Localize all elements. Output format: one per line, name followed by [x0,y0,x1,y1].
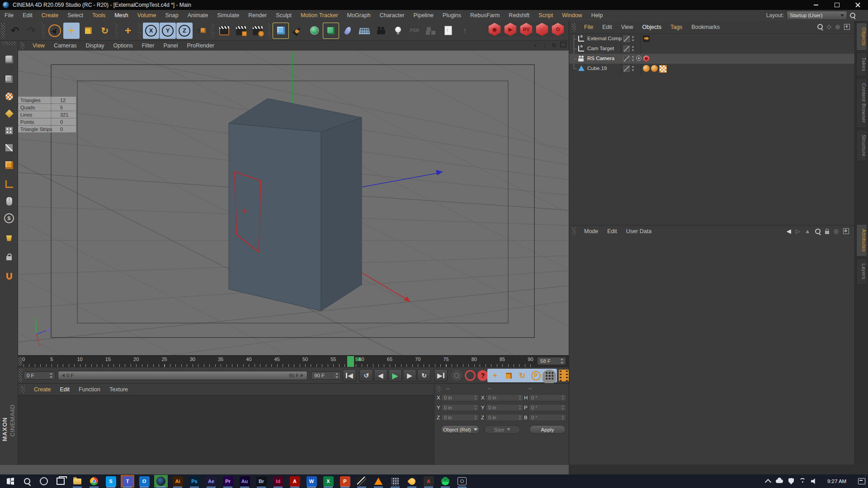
camera-object-button[interactable] [373,23,389,39]
vlc-taskbar-button[interactable] [372,475,385,488]
rs-camera-button[interactable]: ◉ [487,22,502,37]
menu-select[interactable]: Select [63,10,88,21]
help-button[interactable]: ? [477,370,488,381]
premiere-taskbar-button[interactable]: Pr [221,475,235,488]
om-menu-view[interactable]: View [617,22,638,33]
pos-x-field[interactable]: 0 in [441,394,479,401]
menu-file[interactable]: File [0,10,18,21]
side-tab-content-browser[interactable]: Content Browser [856,78,867,128]
palette-grip[interactable] [2,42,15,45]
menu-edit[interactable]: Edit [18,10,37,21]
record-snapshot-button[interactable] [451,370,462,381]
visibility-toggle-icon[interactable] [623,36,630,42]
start-button-taskbar-button[interactable] [4,475,17,488]
light-object-button[interactable] [390,23,406,39]
menu-animate[interactable]: Animate [183,10,213,21]
cinema4d-taskbar-button[interactable] [154,475,168,488]
keyframe-scale-button[interactable] [502,370,515,381]
spinner-icon[interactable] [49,373,53,378]
parent-object-icon[interactable]: ▲ [805,228,811,235]
undo-button[interactable]: ↶ [7,23,23,39]
spinner-icon[interactable] [560,358,564,364]
keyframe-parameter-button[interactable]: P [529,370,542,381]
object-item-rs-camera[interactable]: RS Camera [569,54,854,64]
scale-tool-button[interactable] [80,23,96,39]
side-tab-takes[interactable]: Takes [856,52,867,76]
model-mode-button[interactable] [1,71,17,87]
menu-tools[interactable]: Tools [88,10,110,21]
apply-button[interactable]: Apply [529,425,566,434]
timeline-tick-85[interactable]: 85 [500,357,505,362]
onedrive-icon[interactable] [776,479,783,483]
timeline-tick-40[interactable]: 40 [246,357,251,362]
timeline-ruler[interactable]: 051015202530354045505560657075808590 58 … [18,355,569,367]
material-menu-texture[interactable]: Texture [105,384,132,395]
timeline-tick-70[interactable]: 70 [415,357,420,362]
coordinate-mode-dropdown[interactable]: Object (Rel) [441,425,480,434]
viewport-menu-view[interactable]: View [28,40,49,51]
om-menu-edit[interactable]: Edit [598,22,617,33]
menu-help[interactable]: Help [587,10,608,21]
size-x-field[interactable]: 0 in [486,394,524,401]
menu-volume[interactable]: Volume [133,10,161,21]
visibility-dots-icon[interactable] [632,66,634,68]
volume-icon[interactable] [811,478,817,484]
restore-button[interactable] [826,0,847,10]
menu-simulate[interactable]: Simulate [213,10,244,21]
material-menu-edit[interactable]: Edit [56,384,75,395]
keyframe-pla-button[interactable] [542,370,556,381]
side-tab-layers[interactable]: Layers [856,258,867,284]
phong-tag-icon[interactable] [651,65,658,72]
audition-taskbar-button[interactable]: Au [238,475,251,488]
edges-mode-button[interactable] [1,140,17,155]
calculator-taskbar-button[interactable] [388,475,402,488]
compositing-tag-icon[interactable] [643,35,650,42]
timeline-tick-20[interactable]: 20 [133,357,139,362]
menu-pipeline[interactable]: Pipeline [409,10,438,21]
word-taskbar-button[interactable]: W [305,475,318,488]
render-view-button[interactable] [216,23,232,39]
timeline-tick-90[interactable]: 90 [528,357,533,362]
object-item-cube-19[interactable]: Cube.19 [569,64,854,74]
character-button[interactable]: ↑ [457,23,473,39]
minimize-button[interactable] [806,0,826,10]
cleaner-taskbar-button[interactable] [405,475,419,488]
viewport-menu-display[interactable]: Display [81,40,109,51]
transport-grip[interactable] [18,369,22,382]
uvw-tag-icon[interactable] [659,65,667,73]
render-settings-button[interactable] [250,23,266,39]
history-forward-icon[interactable]: ▷ [796,228,800,235]
timeline-tick-0[interactable]: 0 [22,357,25,362]
pos-y-field[interactable]: 0 in [441,404,479,411]
next-frame-button[interactable]: ▶ [403,369,416,382]
ruler-grip[interactable] [18,357,22,366]
after-effects-taskbar-button[interactable]: Ae [204,475,218,488]
size-y-field[interactable]: 0 in [486,404,524,411]
cube-object[interactable] [229,99,362,311]
toolbar-grip[interactable] [1,23,5,39]
keyframe-position-icon[interactable]: + [488,370,502,381]
pan-view-icon[interactable]: + [532,42,539,49]
timeline-tick-55[interactable]: 55 [330,357,336,362]
timeline-tick-10[interactable]: 10 [77,357,82,362]
menu-sculpt[interactable]: Sculpt [271,10,296,21]
om-menu-file[interactable]: File [580,22,598,33]
visibility-dots-icon[interactable] [632,46,634,48]
goto-end-button[interactable]: ▶ [434,369,448,382]
rs-light-button[interactable]: ◌ [534,22,550,37]
hierarchy-button[interactable] [423,23,439,39]
om-menu-objects[interactable]: Objects [638,22,666,33]
render-picture-button[interactable] [233,23,249,39]
timeline-tick-50[interactable]: 50 [302,357,308,362]
timeline-tick-25[interactable]: 25 [161,357,167,362]
preview-range-slider[interactable]: 0 F 90 F [58,371,307,380]
lock-icon[interactable] [825,231,829,234]
cortana-button-taskbar-button[interactable] [37,475,51,488]
deformers-button[interactable] [323,23,339,39]
rotate-view-icon[interactable]: ↻ [551,42,558,49]
viewport-menu-panel[interactable]: Panel [159,40,182,51]
security-icon[interactable] [788,478,794,484]
lock-z-button[interactable]: Z [176,23,193,39]
redo-button[interactable]: ↷ [24,23,40,39]
viewport-menu-prorender[interactable]: ProRender [182,40,218,51]
